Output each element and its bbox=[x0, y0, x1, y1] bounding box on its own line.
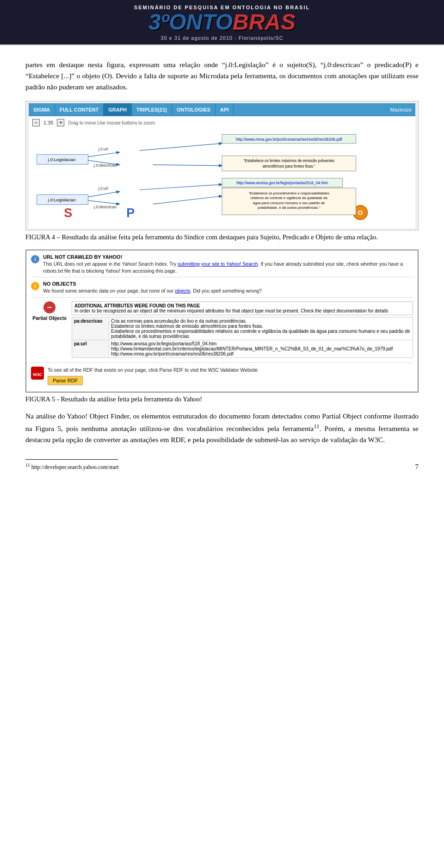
yahoo-info-title: URL NOT CRAWLED BY YAHOO! bbox=[43, 254, 413, 260]
attr-descricao: pa:descricao bbox=[72, 318, 109, 340]
logo-bras: BRAS bbox=[233, 11, 296, 33]
sindice-graph-area: j.0:Legislacao: j.0:url http://www.mma.g… bbox=[32, 128, 412, 225]
tab-full-content[interactable]: FULL CONTENT bbox=[55, 103, 104, 116]
logo-3rd: 3º bbox=[148, 11, 169, 33]
figure-4-box: SIGMA FULL CONTENT GRAPH TRIPLES(21) ONT… bbox=[25, 101, 419, 231]
yahoo-partial-row: − Partial Objects ADDITIONAL ATTRIBUTES … bbox=[31, 301, 413, 363]
main-content: partes em destaque nesta figura, express… bbox=[0, 45, 444, 485]
svg-text:atmosféricos para fontes fixas: atmosféricos para fontes fixas." bbox=[263, 164, 315, 169]
svg-line-4 bbox=[140, 144, 222, 150]
svg-text:j.0:descricao: j.0:descricao bbox=[93, 163, 117, 168]
sindice-body: − 1.35 + Drag to move.Use mouse buttons … bbox=[29, 116, 415, 228]
additional-title: ADDITIONAL ATTRIBUTES WERE FOUND ON THIS… bbox=[72, 301, 413, 315]
no-objects-text: We found some semantic data on your page… bbox=[43, 287, 262, 294]
yahoo-attributes-table: pa:descricao Cria as normas para acumula… bbox=[72, 317, 413, 358]
tab-graph[interactable]: GRAPH bbox=[104, 103, 132, 116]
sindice-controls: − 1.35 + Drag to move.Use mouse buttons … bbox=[32, 119, 412, 126]
partial-objects-label-area: − Partial Objects bbox=[31, 301, 68, 321]
partial-label: Partial Objects bbox=[32, 315, 67, 321]
svg-text:"Estabelece os limites máximos: "Estabelece os limites máximos de emissã… bbox=[243, 159, 334, 163]
svg-text:"Estabelece os procedimentos e: "Estabelece os procedimentos e responsab… bbox=[248, 191, 329, 195]
svg-text:água para consumo humano e seu: água para consumo humano e seu padrão de bbox=[253, 201, 325, 205]
zoom-value: 1.35 bbox=[43, 120, 53, 125]
svg-text:j.0:descricao: j.0:descricao bbox=[93, 205, 117, 209]
no-objects-title: NO OBJECTS bbox=[43, 281, 262, 287]
footnote-number: 11 bbox=[25, 462, 30, 468]
zoom-plus-button[interactable]: + bbox=[57, 119, 64, 126]
svg-line-19 bbox=[88, 192, 120, 197]
submitting-link[interactable]: submitting your site to Yahoo! Search bbox=[178, 261, 258, 267]
yahoo-w3c-row: W3C To see all of the RDF that exists on… bbox=[31, 367, 413, 385]
svg-text:S: S bbox=[64, 206, 72, 220]
tab-triples[interactable]: TRIPLES(21) bbox=[132, 103, 172, 116]
info-icon: i bbox=[31, 255, 39, 263]
warning-icon: ! bbox=[31, 282, 39, 290]
yahoo-partial-content: ADDITIONAL ATTRIBUTES WERE FOUND ON THIS… bbox=[72, 301, 413, 360]
tab-sigma[interactable]: SIGMA bbox=[29, 103, 55, 116]
yahoo-info-text: This URL does not yet appear in the Yaho… bbox=[43, 261, 413, 274]
table-row-url: pa:url http://www.anvisa.gov.br/legis/po… bbox=[72, 340, 413, 358]
footnote-text: 11 http://developer.search.yahoo.com/sta… bbox=[25, 462, 419, 471]
tab-ontologies[interactable]: ONTOLOGIES bbox=[172, 103, 216, 116]
header-banner: SEMINÁRIO DE PESQUISA EM ONTOLOGIA NO BR… bbox=[0, 0, 444, 45]
svg-text:j.0:Legislacao:: j.0:Legislacao: bbox=[48, 197, 77, 202]
svg-text:j.0:Legislacao:: j.0:Legislacao: bbox=[48, 157, 77, 162]
figure-4-caption: FIGURA 4 – Resultado da análise feita pe… bbox=[25, 233, 419, 241]
svg-line-21 bbox=[140, 184, 222, 190]
attr-url: pa:url bbox=[72, 340, 109, 358]
svg-text:http://www.anvisa.gov.br/legis: http://www.anvisa.gov.br/legis/portarias… bbox=[236, 181, 328, 185]
objects-link[interactable]: objects bbox=[175, 288, 190, 293]
partial-icon: − bbox=[43, 301, 56, 313]
w3c-icon: W3C bbox=[31, 367, 44, 380]
paragraph-2: Na análise do Yahoo! Object Finder, os e… bbox=[25, 411, 419, 445]
svg-text:P: P bbox=[126, 206, 135, 220]
yahoo-warning-content: NO OBJECTS We found some semantic data o… bbox=[43, 281, 262, 294]
table-row-descricao: pa:descricao Cria as normas para acumula… bbox=[72, 318, 413, 340]
parse-rdf-container: Parse RDF bbox=[48, 376, 258, 385]
parse-rdf-button[interactable]: Parse RDF bbox=[48, 376, 83, 385]
footnote-divider bbox=[25, 459, 118, 460]
svg-rect-10 bbox=[222, 156, 356, 171]
w3c-text: To see all of the RDF that exists on you… bbox=[48, 367, 258, 374]
svg-text:j.0:url: j.0:url bbox=[98, 186, 108, 191]
maximize-label[interactable]: Maximize bbox=[387, 107, 415, 112]
svg-line-24 bbox=[88, 200, 120, 204]
svg-text:j.0:url: j.0:url bbox=[98, 147, 108, 151]
svg-line-26 bbox=[153, 196, 222, 204]
yahoo-warning-row: ! NO OBJECTS We found some semantic data… bbox=[31, 281, 413, 298]
yahoo-info-content: URL NOT CRAWLED BY YAHOO! This URL does … bbox=[43, 254, 413, 274]
yahoo-info-row: i URL NOT CRAWLED BY YAHOO! This URL doe… bbox=[31, 254, 413, 277]
banner-subtitle: 30 e 31 de agosto de 2010 - Florianópoli… bbox=[160, 35, 283, 41]
svg-line-9 bbox=[153, 165, 222, 166]
paragraph-1: partes em destaque nesta figura, express… bbox=[25, 59, 419, 93]
svg-text:http://www.mma.gov.br/port/con: http://www.mma.gov.br/port/conama/res/re… bbox=[236, 137, 342, 142]
svg-text:relativos ao controle e vigilâ: relativos ao controle e vigilância da qu… bbox=[251, 196, 328, 200]
zoom-minus-button[interactable]: − bbox=[32, 119, 40, 126]
figure-5-caption: FIGURA 5 - Resultado da análise feita pe… bbox=[25, 395, 419, 403]
footnote-url: http://developer.search.yahoo.com/start bbox=[31, 464, 119, 470]
sindice-toolbar: SIGMA FULL CONTENT GRAPH TRIPLES(21) ONT… bbox=[29, 103, 415, 116]
page-number: 7 bbox=[415, 463, 419, 471]
svg-text:O: O bbox=[358, 209, 363, 216]
val-descricao: Cria as normas para acumulação do lixo e… bbox=[109, 318, 413, 340]
banner-logo: 3º ONTO BRAS bbox=[148, 11, 296, 33]
svg-text:W3C: W3C bbox=[33, 372, 43, 377]
tab-api[interactable]: API bbox=[216, 103, 234, 116]
figure-5-box: i URL NOT CRAWLED BY YAHOO! This URL doe… bbox=[25, 250, 419, 393]
svg-text:potabilidade, e dá outras prov: potabilidade, e dá outras providências." bbox=[258, 206, 320, 210]
svg-line-2 bbox=[88, 152, 120, 157]
w3c-content: To see all of the RDF that exists on you… bbox=[48, 367, 258, 385]
val-url: http://www.anvisa.gov.br/legis/portarias… bbox=[109, 340, 413, 358]
drag-instruction: Drag to move.Use mouse buttons to zoom. bbox=[68, 120, 156, 125]
logo-onto: ONTO bbox=[169, 11, 233, 33]
graph-svg: j.0:Legislacao: j.0:url http://www.mma.g… bbox=[32, 128, 412, 225]
